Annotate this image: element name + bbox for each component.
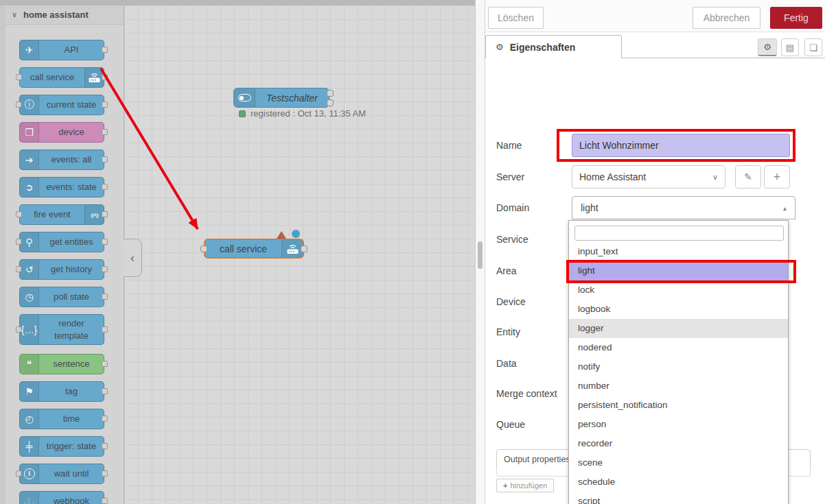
palette-node-device[interactable]: ❒ device (19, 122, 104, 143)
plus-icon: + (503, 481, 507, 490)
scrollbar-thumb[interactable] (478, 241, 483, 269)
output-port[interactable] (301, 245, 307, 252)
dropdown-item-logger[interactable]: logger (569, 319, 788, 338)
node-label: call service (205, 240, 281, 257)
dropdown-item-script[interactable]: script (569, 492, 788, 504)
palette-node-get-history[interactable]: ↺ get history (19, 259, 104, 280)
edit-server-button[interactable]: ✎ (735, 165, 761, 189)
dropdown-item-logbook[interactable]: logbook (569, 300, 788, 319)
plus-icon: + (774, 170, 781, 184)
palette-node-poll-state[interactable]: ◷ poll state (19, 287, 104, 307)
output-port (102, 293, 108, 300)
hexagon-arrow-icon: ➲ (20, 178, 39, 197)
palette-node-events-state[interactable]: ➲ events: state (19, 177, 104, 197)
palette-node-events-all[interactable]: ➔ events: all (19, 149, 104, 170)
palette-node-fire-event[interactable]: ((A)) fire event (19, 204, 104, 225)
dropdown-item-number[interactable]: number (569, 376, 788, 396)
palette-node-call-service[interactable]: call service (19, 67, 104, 88)
palette-sidebar: ∨ home assistant ✈ API call service ⓘ cu… (0, 5, 124, 504)
palette-node-label: device (39, 123, 104, 142)
node-red-editor: ∨ home assistant ✈ API call service ⓘ cu… (0, 0, 825, 504)
palette-node-tag[interactable]: ⚑ tag (19, 381, 104, 402)
appearance-view-button[interactable]: ❏ (804, 38, 822, 56)
add-server-button[interactable]: + (764, 165, 790, 189)
cube-icon: ❒ (20, 123, 39, 142)
palette-node-render-template[interactable]: {…} render template (19, 314, 104, 345)
dropdown-item-person[interactable]: person (569, 415, 788, 434)
input-port[interactable] (200, 245, 207, 252)
dropdown-item-input_text[interactable]: input_text (569, 242, 788, 261)
dropdown-item-scene[interactable]: scene (569, 453, 788, 472)
output-properties-label: Output properties (504, 455, 570, 464)
domain-value: light (581, 202, 599, 213)
palette-node-webhook[interactable]: ⚓ webhook (19, 491, 104, 504)
domain-combobox[interactable]: light ▴ (572, 196, 795, 219)
dropdown-item-schedule[interactable]: schedule (569, 472, 788, 492)
output-port (102, 443, 108, 449)
palette-category-home-assistant[interactable]: ∨ home assistant (5, 5, 124, 25)
status-text: registered : Oct 13, 11:35 AM (251, 108, 366, 119)
dropdown-search-input[interactable] (574, 226, 784, 241)
cancel-button[interactable]: Abbrechen (693, 7, 760, 29)
palette-node-api[interactable]: ✈ API (19, 40, 104, 60)
output-port (102, 211, 108, 217)
braces-icon: {…} (20, 315, 39, 344)
palette-node-time[interactable]: ◴ time (19, 409, 104, 429)
palette-node-label: wait until (39, 464, 104, 483)
pencil-icon: ✎ (744, 171, 752, 182)
palette-category-label: home assistant (23, 10, 89, 20)
dropdown-item-recorder[interactable]: recorder (569, 434, 788, 453)
palette-node-label: API (39, 40, 104, 60)
server-select-value: Home Assistant (579, 171, 646, 182)
chevron-left-icon: ‹ (130, 251, 135, 265)
palette-node-label: events: state (39, 178, 104, 197)
router-icon (84, 68, 104, 87)
palette-collapse-toggle[interactable]: ‹ (124, 239, 142, 277)
output-port-1[interactable] (327, 90, 334, 97)
description-view-button[interactable]: ▤ (781, 38, 799, 56)
output-port-2[interactable] (327, 99, 334, 106)
gear-icon: ⚙ (763, 42, 771, 52)
field-label-data: Data (496, 352, 517, 375)
signpost-icon: ╪ (20, 437, 39, 456)
clock-icon: ◴ (20, 409, 39, 429)
output-port (102, 361, 108, 367)
output-port (102, 74, 108, 80)
speech-bubble-icon: ❝ (20, 355, 39, 374)
palette-node-label: time (39, 409, 104, 429)
palette-node-label: poll state (39, 287, 104, 307)
properties-view-button[interactable]: ⚙ (758, 38, 777, 56)
palette-node-get-entities[interactable]: ⚲ get entities (19, 232, 104, 252)
dropdown-item-persistent_notification[interactable]: persistent_notification (569, 396, 788, 415)
tab-eigenschaften[interactable]: ⚙ Eigenschaften (485, 35, 622, 58)
tag-icon: ⚑ (20, 382, 39, 401)
palette-node-sentence[interactable]: ❝ sentence (19, 354, 104, 374)
flow-canvas[interactable]: ‹ Testschalter registered : Oct 13, 11:3… (124, 5, 475, 504)
dropdown-item-light[interactable]: light (569, 261, 788, 280)
add-property-button[interactable]: + hinzufügen (496, 479, 554, 492)
add-property-label: hinzufügen (510, 481, 547, 490)
done-button[interactable]: Fertig (770, 7, 822, 29)
dropdown-item-nodered[interactable]: nodered (569, 338, 788, 357)
output-port (102, 470, 108, 477)
canvas-node-testschalter[interactable]: Testschalter (233, 88, 329, 108)
name-input[interactable] (572, 134, 790, 157)
webhook-icon: ⚓ (20, 492, 39, 504)
canvas-node-call-service[interactable]: call service (204, 239, 304, 259)
palette-node-label: render template (39, 315, 104, 344)
delete-button[interactable]: Löschen (488, 7, 544, 29)
canvas-scrollbar[interactable] (475, 0, 485, 504)
document-search-icon: ⚲ (20, 232, 39, 252)
palette-node-wait-until[interactable]: ‖ wait until (19, 464, 104, 484)
palette-node-trigger-state[interactable]: ╪ trigger: state (19, 436, 104, 457)
palette-node-label: sentence (39, 355, 104, 374)
palette-node-current-state[interactable]: ⓘ current state (19, 95, 104, 115)
server-select[interactable]: Home Assistant ∨ (572, 165, 725, 189)
dropdown-list: input_textlightlocklogbookloggernoderedn… (569, 242, 788, 504)
dropdown-item-lock[interactable]: lock (569, 280, 788, 300)
field-label-device: Device (496, 290, 526, 313)
dropdown-item-notify[interactable]: notify (569, 357, 788, 376)
selection-box-icon: ❏ (809, 43, 817, 53)
field-label-domain: Domain (496, 196, 529, 219)
field-label-service: Service (496, 228, 528, 251)
